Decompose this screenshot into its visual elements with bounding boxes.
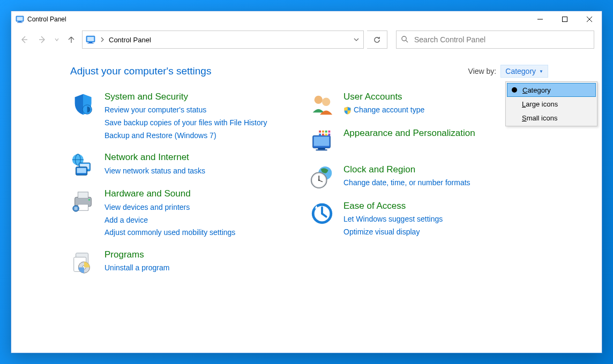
address-dropdown-button[interactable] (348, 31, 363, 48)
svg-rect-23 (77, 168, 86, 173)
view-by-selected: Category (505, 67, 536, 75)
view-by-option-small-icons[interactable]: Small icons (507, 111, 596, 125)
category-title[interactable]: System and Security (104, 92, 267, 102)
search-box[interactable] (396, 31, 594, 49)
view-by-option-large-icons[interactable]: Large icons (507, 97, 596, 111)
svg-rect-2 (18, 21, 21, 22)
search-icon (401, 35, 409, 44)
shield-icon (70, 92, 96, 117)
page-heading: Adjust your computer's settings (70, 65, 211, 77)
view-by-control: View by: Category ▼ (468, 65, 548, 78)
category-link[interactable]: Review your computer's status (104, 104, 267, 116)
svg-rect-11 (87, 37, 94, 41)
category-link[interactable]: Save backup copies of your files with Fi… (104, 117, 267, 129)
heading-row: Adjust your computer's settings View by:… (70, 65, 548, 78)
category-title[interactable]: Clock and Region (343, 164, 470, 175)
category-programs: Programs Uninstall a program (70, 249, 309, 275)
globe-network-icon (70, 152, 96, 178)
address-bar-icon (85, 34, 96, 46)
refresh-button[interactable] (367, 31, 387, 49)
minimize-button[interactable] (528, 11, 552, 27)
category-link[interactable]: Adjust commonly used mobility settings (104, 227, 235, 239)
svg-rect-47 (325, 134, 327, 136)
ease-of-access-icon (309, 201, 335, 226)
category-system-and-security: System and Security Review your computer… (70, 92, 309, 141)
clock-globe-icon (309, 164, 335, 190)
svg-point-14 (402, 36, 406, 41)
navigation-row: Control Panel (11, 27, 602, 52)
nav-up-button[interactable] (64, 32, 79, 47)
close-button[interactable] (577, 11, 602, 27)
category-title[interactable]: User Accounts (343, 92, 424, 102)
svg-rect-48 (328, 134, 331, 136)
svg-line-15 (406, 40, 408, 42)
nav-forward-button[interactable] (35, 32, 50, 47)
control-panel-window: Control Panel (11, 11, 602, 353)
category-link[interactable]: Change account type (343, 104, 424, 116)
nav-back-button[interactable] (17, 32, 32, 47)
svg-rect-44 (328, 131, 331, 133)
svg-rect-1 (17, 17, 23, 21)
svg-rect-43 (325, 131, 327, 133)
svg-rect-46 (322, 134, 324, 136)
svg-rect-26 (78, 204, 88, 211)
svg-rect-42 (322, 131, 324, 133)
category-title[interactable]: Network and Internet (104, 152, 205, 163)
left-column: System and Security Review your computer… (70, 92, 309, 286)
control-panel-icon (16, 15, 24, 24)
category-link[interactable]: Uninstall a program (104, 262, 169, 274)
search-input[interactable] (413, 35, 589, 44)
category-title[interactable]: Programs (104, 249, 169, 260)
svg-point-54 (318, 179, 320, 181)
category-title[interactable]: Hardware and Sound (104, 188, 235, 199)
category-link[interactable]: View network status and tasks (104, 165, 205, 177)
programs-icon (70, 249, 96, 275)
category-link[interactable]: Optimize visual display (343, 226, 443, 238)
content-area: Adjust your computer's settings View by:… (11, 52, 602, 353)
category-link[interactable]: View devices and printers (104, 202, 235, 214)
category-columns: System and Security Review your computer… (70, 92, 548, 286)
view-by-dropdown[interactable]: Category ▼ (500, 65, 548, 78)
svg-point-27 (88, 199, 90, 201)
chevron-down-icon: ▼ (539, 69, 543, 74)
chevron-right-icon (99, 36, 107, 44)
category-title[interactable]: Appearance and Personalization (343, 128, 475, 139)
svg-rect-38 (314, 136, 330, 146)
window-title: Control Panel (27, 16, 66, 23)
svg-point-35 (315, 96, 323, 104)
svg-rect-40 (316, 149, 327, 150)
window-controls (528, 11, 602, 27)
category-link[interactable]: Add a device (104, 215, 235, 226)
svg-rect-12 (89, 42, 93, 43)
svg-rect-41 (319, 131, 321, 133)
address-bar[interactable]: Control Panel (82, 31, 364, 49)
category-clock-and-region: Clock and Region Change date, time, or n… (309, 164, 548, 190)
svg-rect-5 (563, 17, 567, 22)
view-by-option-category[interactable]: Category (507, 83, 596, 97)
view-by-label: View by: (468, 67, 497, 75)
nav-history-dropdown[interactable] (53, 32, 61, 47)
svg-rect-3 (17, 22, 23, 23)
category-link[interactable]: Change date, time, or number formats (343, 177, 470, 189)
category-hardware-and-sound: Hardware and Sound View devices and prin… (70, 188, 309, 238)
category-network-and-internet: Network and Internet View network status… (70, 152, 309, 178)
view-by-menu: Category Large icons Small icons (505, 81, 597, 126)
category-link[interactable]: Backup and Restore (Windows 7) (104, 130, 267, 142)
category-appearance-and-personalization: Appearance and Personalization (309, 128, 548, 154)
category-link[interactable]: Let Windows suggest settings (343, 214, 443, 225)
uac-shield-icon (343, 107, 352, 115)
user-accounts-icon (309, 92, 335, 117)
category-ease-of-access: Ease of Access Let Windows suggest setti… (309, 201, 548, 238)
svg-rect-45 (319, 134, 321, 136)
printer-icon (70, 188, 96, 214)
appearance-icon (309, 128, 335, 154)
category-title[interactable]: Ease of Access (343, 201, 443, 211)
svg-rect-29 (74, 207, 78, 210)
bullet-icon (512, 87, 517, 93)
svg-rect-25 (78, 192, 88, 199)
svg-point-36 (322, 98, 330, 106)
address-path[interactable]: Control Panel (109, 36, 346, 44)
svg-rect-39 (318, 148, 325, 149)
maximize-button[interactable] (552, 11, 577, 27)
titlebar-left: Control Panel (16, 15, 66, 24)
